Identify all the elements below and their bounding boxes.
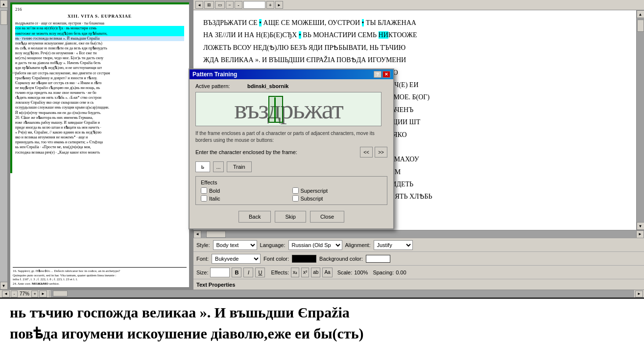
italic-label: Italic: [209, 196, 220, 202]
char-input[interactable]: [195, 161, 210, 172]
dialog-titlebar: Pattern Training ? ✕: [190, 69, 393, 79]
italic-checkbox-row: Italic: [201, 195, 291, 202]
bold-label: Bold: [209, 188, 220, 194]
char-label: Enter the character enclosed by the fram…: [195, 149, 358, 155]
browse-btn[interactable]: ...: [213, 161, 224, 172]
dialog-body: Active pattern: bdinski_sbornik въздрьжа…: [190, 79, 393, 228]
subscript-checkbox-row: Subscript: [292, 195, 382, 202]
superscript-checkbox-row: Superscript: [292, 187, 382, 194]
nav-right-btn[interactable]: >>: [375, 147, 387, 158]
skip-btn[interactable]: Skip: [275, 211, 306, 223]
bold-checkbox[interactable]: [201, 187, 207, 194]
active-pattern-label: Active pattern:: [195, 83, 244, 89]
selection-box: [268, 96, 283, 123]
active-pattern-value: bdinski_sbornik: [247, 83, 288, 89]
effects-title: Effects: [201, 180, 382, 185]
dialog-title-buttons: ? ✕: [374, 71, 390, 78]
subscript-label: Subscript: [301, 196, 323, 202]
effects-box: Effects Bold Superscript Italic: [195, 176, 387, 205]
dialog-close-btn[interactable]: ✕: [382, 71, 390, 78]
dialog-note: If the frame encloses a part of a charac…: [195, 130, 387, 144]
bold-checkbox-row: Bold: [201, 187, 291, 194]
app-window: ▲ ▼ 216 XIII. VITA S. EUPRAXIAE въздрьжа…: [0, 0, 644, 361]
dialog-overlay: Pattern Training ? ✕ Active pattern: bdi…: [0, 0, 644, 361]
effects-grid: Bold Superscript Italic Subscript: [201, 187, 382, 202]
active-pattern-row: Active pattern: bdinski_sbornik: [195, 83, 387, 89]
dialog-close-footer-btn[interactable]: Close: [310, 211, 344, 223]
nav-left-btn[interactable]: <<: [360, 147, 373, 158]
subscript-checkbox[interactable]: [292, 195, 299, 202]
train-btn[interactable]: Train: [227, 161, 252, 172]
italic-checkbox[interactable]: [201, 195, 207, 202]
pattern-training-dialog: Pattern Training ? ✕ Active pattern: bdi…: [189, 68, 394, 229]
char-input-row: ... Train: [195, 161, 387, 172]
preview-text: въздрьжат: [234, 94, 342, 125]
superscript-checkbox[interactable]: [292, 187, 299, 194]
dialog-footer: Back Skip Close: [195, 209, 387, 225]
dialog-preview: въздрьжат: [195, 92, 382, 126]
dialog-title: Pattern Training: [192, 71, 237, 78]
superscript-label: Superscript: [301, 188, 328, 194]
back-btn[interactable]: Back: [239, 211, 271, 223]
dialog-help-btn[interactable]: ?: [374, 71, 382, 78]
